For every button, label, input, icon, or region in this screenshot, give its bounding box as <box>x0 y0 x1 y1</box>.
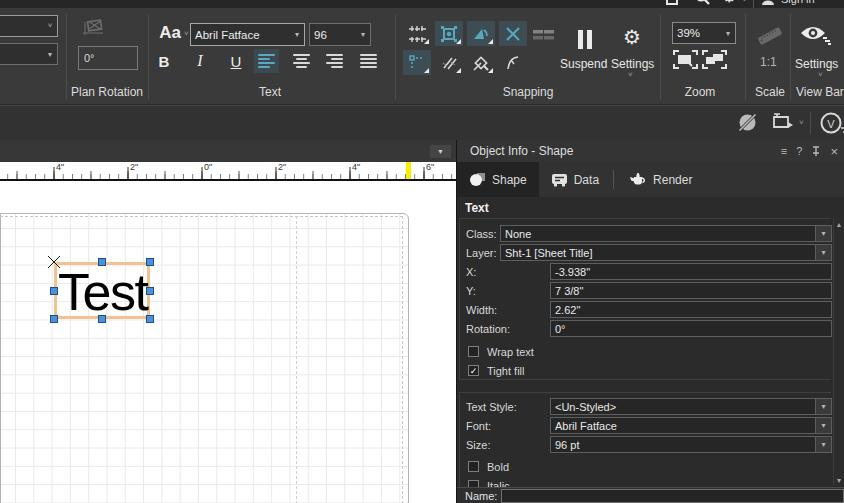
settings-gear-icon[interactable]: ⚙ <box>623 25 641 49</box>
settings-caret-icon[interactable]: ˅ <box>628 71 633 79</box>
fit-to-objects-icon[interactable] <box>673 50 698 69</box>
rotation-input[interactable]: 0° <box>550 320 832 337</box>
view-settings-eye-icon[interactable] <box>799 22 833 48</box>
layer-combo[interactable]: Sht-1 [Sheet Title] <box>500 244 816 261</box>
fit-to-page-icon[interactable] <box>702 50 727 69</box>
drawing-canvas[interactable]: Test <box>0 181 456 503</box>
size-caret-icon[interactable]: ▾ <box>816 436 832 453</box>
view-settings-caret-icon[interactable]: ˅ <box>818 71 823 79</box>
gear-icon[interactable]: ⚙ <box>722 0 736 6</box>
tab-data[interactable]: Data <box>539 162 611 197</box>
scroll-up-icon[interactable]: ▲ <box>834 218 844 230</box>
class-combo[interactable]: None <box>500 225 816 242</box>
render-teapot-icon <box>628 172 647 187</box>
align-right-button[interactable] <box>322 49 347 73</box>
scale-value[interactable]: 1:1 <box>760 55 777 69</box>
text-style-caret-icon[interactable]: ˅ <box>184 30 189 38</box>
class-caret-icon[interactable]: ▾ <box>816 225 832 242</box>
size-label: Size: <box>466 439 490 451</box>
align-justify-button[interactable] <box>356 49 381 73</box>
handle-bottom-left[interactable] <box>50 315 58 323</box>
y-input[interactable]: 7 3/8" <box>550 282 832 299</box>
layer-caret-icon[interactable]: ▾ <box>816 244 832 261</box>
ribbon-settings-button[interactable]: Settings <box>611 57 654 71</box>
suspend-button[interactable]: Suspend <box>560 57 607 71</box>
snap-loupe-button[interactable] <box>499 50 527 75</box>
tight-fill-label: Tight fill <box>487 365 525 377</box>
y-label: Y: <box>466 285 476 297</box>
group-separator <box>148 14 149 100</box>
palette-scrollbar[interactable]: ▲ ▼ <box>833 218 844 486</box>
size-combo[interactable]: 96 pt <box>550 436 816 453</box>
snap-to-distance-icon[interactable] <box>532 28 556 42</box>
tab-render[interactable]: Render <box>616 162 704 197</box>
tight-fill-row[interactable]: ✓ Tight fill <box>460 361 831 380</box>
handle-bottom-center[interactable] <box>98 315 106 323</box>
text-object-content[interactable]: Test <box>58 263 147 321</box>
handle-mid-right[interactable] <box>146 287 154 295</box>
user-icon[interactable] <box>760 0 776 6</box>
viewport-style-icon[interactable]: V <box>818 111 844 136</box>
palette-menu-icon[interactable]: ≡ <box>781 145 787 157</box>
home-icon[interactable] <box>663 0 681 7</box>
search-icon[interactable] <box>694 0 711 6</box>
font-caret-icon[interactable]: ▾ <box>816 417 832 434</box>
snap-to-intersection-button[interactable] <box>499 21 527 46</box>
smart-points-button[interactable] <box>403 50 431 75</box>
layer-row: Layer: Sht-1 [Sheet Title] ▾ <box>460 243 831 262</box>
crop-view-caret-icon[interactable]: ˅ <box>799 119 804 127</box>
text-style-button[interactable]: Aa <box>156 22 184 44</box>
font-size-combo[interactable]: 96 ▾ <box>309 23 371 46</box>
handle-top-center[interactable] <box>98 258 106 266</box>
palette-pin-icon[interactable] <box>811 146 821 157</box>
mode-bar-dropdown[interactable]: ▼ <box>430 145 451 158</box>
wrap-text-label: Wrap text <box>487 346 534 358</box>
scroll-down-icon[interactable]: ▼ <box>834 474 844 486</box>
tool-combo-bottom[interactable]: ▾ <box>0 43 58 65</box>
wrap-text-row[interactable]: Wrap text <box>460 342 831 361</box>
text-style-caret-icon[interactable]: ▾ <box>816 398 832 415</box>
plan-rotation-icon <box>82 18 106 40</box>
smart-edge-button[interactable] <box>435 50 463 75</box>
handle-bottom-right[interactable] <box>146 315 154 323</box>
font-combo[interactable]: Abril Fatface <box>550 417 816 434</box>
snap-to-object-button[interactable] <box>435 21 463 46</box>
palette-help-icon[interactable]: ? <box>796 145 802 157</box>
font-family-combo[interactable]: Abril Fatface ▾ <box>190 23 305 46</box>
tight-fill-checkbox[interactable]: ✓ <box>468 365 479 376</box>
name-input[interactable] <box>501 489 844 503</box>
handle-top-right[interactable] <box>146 258 154 266</box>
wrap-text-checkbox[interactable] <box>468 346 479 357</box>
snap-to-angle-button[interactable] <box>467 21 495 46</box>
palette-title-bar[interactable]: Object Info - Shape ≡ ? × <box>457 140 844 162</box>
snap-to-tangent-button[interactable] <box>467 50 495 75</box>
text-style-combo[interactable]: <Un-Styled> <box>550 398 816 415</box>
bold-checkbox[interactable] <box>468 461 479 472</box>
plan-rotation-input[interactable]: 0° <box>78 46 138 70</box>
zoom-level-combo[interactable]: 39% ▾ <box>672 22 736 44</box>
align-left-button[interactable] <box>254 49 279 73</box>
x-input[interactable]: -3.938" <box>550 263 832 280</box>
bold-button[interactable]: B <box>154 50 174 72</box>
no-fill-icon[interactable] <box>737 112 758 133</box>
underline-button[interactable]: U <box>226 50 246 72</box>
tab-separator <box>613 170 614 189</box>
view-bar-settings-button[interactable]: Settings <box>795 57 844 71</box>
tab-shape[interactable]: Shape <box>457 162 539 197</box>
section-heading: Text <box>465 201 489 215</box>
palette-close-icon[interactable]: × <box>830 144 838 159</box>
sign-in-label[interactable]: Sign in <box>781 0 815 5</box>
crop-view-icon[interactable] <box>770 113 796 131</box>
width-input[interactable]: 2.62" <box>550 301 832 318</box>
tool-combo-top[interactable]: ˅ <box>0 15 58 37</box>
gear-caret-icon[interactable]: ˅ <box>742 0 747 4</box>
suspend-pause-icon[interactable] <box>578 30 594 49</box>
italic-button[interactable]: I <box>190 50 210 72</box>
bold-row[interactable]: Bold <box>460 457 831 476</box>
align-center-button[interactable] <box>289 49 314 73</box>
text-style-section: Text Style: <Un-Styled> ▾ Font: Abril Fa… <box>459 392 831 487</box>
snap-to-grid-button[interactable] <box>403 21 431 46</box>
name-label: Name: <box>457 490 497 502</box>
handle-mid-left[interactable] <box>50 287 58 295</box>
selected-text-object[interactable]: Test <box>54 262 150 319</box>
